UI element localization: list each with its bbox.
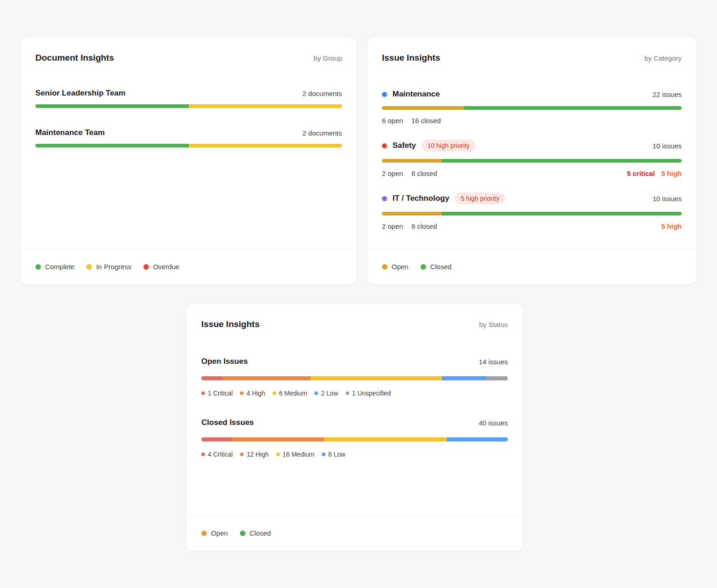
high-priority-badge: 5 high priority	[455, 192, 505, 204]
low-dot-icon	[322, 452, 325, 456]
legend-label: 12 High	[246, 451, 268, 458]
bar-segment	[35, 144, 189, 147]
row-header: Senior Leadership Team 2 documents	[35, 89, 342, 98]
category-dot-icon	[382, 92, 387, 97]
bar-segment	[442, 376, 486, 380]
legend-item: 6 Medium	[273, 390, 307, 397]
group-name: Senior Leadership Team	[35, 89, 125, 98]
bar-segment	[486, 376, 508, 380]
legend-label: Complete	[45, 263, 74, 271]
critical-dot-icon	[201, 391, 205, 395]
issue-count: 22 issues	[653, 90, 682, 98]
severity-stats: 5 critical 5 high	[627, 170, 682, 177]
legend-label: Open	[211, 529, 228, 537]
legend-label: 1 Critical	[208, 390, 233, 397]
category-name: IT / Technology	[393, 194, 449, 203]
legend-item: Open	[201, 529, 228, 537]
legend-item: Closed	[421, 263, 452, 271]
card-legend: Complete In Progress Overdue	[21, 249, 357, 284]
closed-issues-section: Closed Issues 40 issues 4 Critical 12 Hi…	[201, 418, 508, 458]
card-subtitle: by Status	[479, 321, 508, 328]
bar-segment	[201, 437, 232, 441]
row-header: Open Issues 14 issues	[201, 357, 508, 366]
category-dot-icon	[382, 196, 387, 201]
document-group-row: Maintenance Team 2 documents	[35, 128, 342, 147]
bar-segment	[382, 212, 442, 215]
medium-dot-icon	[276, 452, 280, 456]
row-stats: 2 open 8 closed 5 high	[382, 221, 682, 231]
card-content: Open Issues 14 issues 1 Critical 4 High …	[187, 329, 523, 515]
issue-count: 10 issues	[653, 142, 682, 150]
high-dot-icon	[240, 391, 244, 395]
card-legend: Open Closed	[367, 249, 696, 284]
overdue-dot-icon	[143, 264, 149, 270]
legend-label: 2 Low	[321, 390, 338, 397]
row-stats: 6 open 16 closed	[382, 116, 682, 125]
card-content: Senior Leadership Team 2 documents Maint…	[21, 63, 357, 249]
bar-segment	[35, 104, 189, 108]
category-row: Maintenance 22 issues 6 open 16 closed	[382, 90, 682, 125]
legend-label: Open	[392, 263, 409, 271]
high-dot-icon	[240, 452, 244, 456]
legend-label: 6 Medium	[279, 390, 307, 397]
bar-segment	[189, 104, 342, 108]
closed-count: 16 closed	[411, 117, 441, 124]
legend-label: 16 Medium	[283, 451, 314, 458]
issue-count: 10 issues	[653, 195, 682, 203]
open-count: 2 open	[382, 170, 403, 177]
open-count: 2 open	[382, 222, 403, 230]
legend-label: 4 Critical	[208, 451, 233, 458]
legend-label: Closed	[250, 529, 271, 537]
legend-label: 1 Unspecified	[352, 390, 391, 397]
closed-dot-icon	[240, 531, 245, 536]
document-progress-bar	[35, 144, 342, 147]
card-header: Document Insights by Group	[21, 37, 357, 63]
legend-item: 4 High	[240, 390, 265, 397]
complete-dot-icon	[35, 264, 41, 270]
document-count: 2 documents	[302, 129, 342, 137]
category-name: Maintenance	[393, 90, 440, 99]
issue-count: 40 issues	[479, 419, 508, 427]
card-title: Issue Insights	[382, 53, 440, 63]
high-count: 5 high	[661, 170, 682, 177]
closed-count: 8 closed	[411, 170, 437, 177]
unspecified-dot-icon	[346, 391, 349, 395]
bar-segment	[189, 144, 342, 147]
row-header: Closed Issues 40 issues	[201, 418, 508, 427]
legend-item: Closed	[240, 529, 271, 537]
bar-segment	[447, 437, 508, 441]
row-header: Safety 10 high priority 10 issues	[382, 140, 682, 152]
bar-segment	[232, 437, 324, 441]
closed-count: 8 closed	[411, 222, 437, 230]
bar-segment	[442, 159, 682, 163]
row-header: Maintenance Team 2 documents	[35, 128, 342, 137]
document-count: 2 documents	[302, 90, 342, 97]
category-dot-icon	[382, 143, 387, 148]
bar-segment	[442, 212, 682, 215]
high-count: 5 high	[661, 222, 682, 230]
card-header: Issue Insights by Category	[367, 37, 696, 63]
legend-item: Open	[382, 263, 409, 271]
category-row: Safety 10 high priority 10 issues 2 open…	[382, 140, 682, 178]
row-header: IT / Technology 5 high priority 10 issue…	[382, 192, 682, 204]
open-count: 6 open	[382, 117, 403, 124]
card-subtitle: by Group	[313, 54, 342, 62]
card-title: Issue Insights	[201, 319, 260, 329]
bar-segment	[201, 376, 223, 380]
bar-segment	[223, 376, 311, 380]
legend-label: 4 High	[246, 390, 265, 397]
card-title: Document Insights	[35, 53, 114, 63]
category-row: IT / Technology 5 high priority 10 issue…	[382, 192, 682, 231]
legend-item: 16 Medium	[276, 451, 314, 458]
bar-segment	[324, 437, 447, 441]
severity-stats: 5 high	[661, 222, 682, 230]
severity-stacked-bar	[201, 376, 508, 380]
section-title: Open Issues	[201, 357, 248, 366]
issue-status-bar	[382, 212, 682, 215]
legend-item: Overdue	[143, 263, 180, 271]
critical-count: 5 critical	[627, 170, 655, 177]
row-stats: 2 open 8 closed 5 critical 5 high	[382, 169, 682, 178]
document-group-row: Senior Leadership Team 2 documents	[35, 89, 342, 108]
bar-segment	[311, 376, 442, 380]
section-title: Closed Issues	[201, 418, 254, 427]
